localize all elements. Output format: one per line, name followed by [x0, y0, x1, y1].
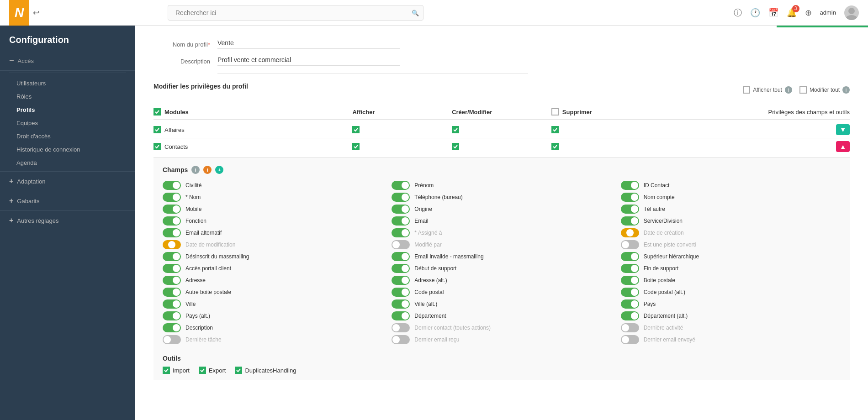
calendar-icon[interactable]: 📅 [768, 8, 778, 18]
fields-grid: Civilité * Nom Mobile Fonction [163, 179, 841, 346]
toggle-civilite[interactable] [163, 181, 181, 190]
field-assigne: * Assigné à [392, 227, 611, 239]
sidebar-item-historique[interactable]: Historique de connexion [16, 143, 135, 156]
search-input[interactable] [168, 5, 423, 21]
toggle-code-postal[interactable] [392, 288, 410, 297]
field-prenom: Prénom [392, 179, 611, 191]
toggle-derniere-tache[interactable] [163, 335, 181, 344]
affaires-afficher-checkbox[interactable] [352, 126, 360, 133]
sidebar-item-utilisateurs[interactable]: Utilisateurs [16, 77, 135, 90]
add-icon[interactable]: ⊕ [805, 8, 812, 18]
toggle-description[interactable] [163, 323, 181, 332]
col-afficher: Afficher [352, 109, 452, 116]
help-icon[interactable]: ⓘ [734, 7, 742, 18]
toggle-boite-postale[interactable] [621, 276, 639, 285]
field-code-postal-alt: Code postal (alt.) [621, 286, 841, 298]
back-icon[interactable]: ↩ [33, 8, 40, 18]
affaires-creer-checkbox[interactable] [452, 126, 459, 133]
toggle-assigne[interactable] [392, 228, 410, 237]
toggle-dernier-email-envoye[interactable] [621, 335, 639, 344]
toggle-portail[interactable] [163, 264, 181, 273]
affaires-checkbox[interactable] [153, 126, 161, 133]
toggle-adresse-alt[interactable] [392, 276, 410, 285]
svg-point-0 [848, 8, 855, 14]
toggle-email-invalide[interactable] [392, 252, 410, 261]
sidebar-item-droits[interactable]: Droit d'accès [16, 130, 135, 143]
field-fonction: Fonction [163, 215, 382, 227]
toggle-fonction[interactable] [163, 216, 181, 226]
toggle-nom-compte[interactable] [621, 193, 639, 202]
label-portail: Accès portail client [185, 265, 231, 272]
modules-checkbox[interactable] [153, 108, 161, 116]
label-email-invalide: Email invalide - massmailing [414, 253, 483, 260]
notifications-icon[interactable]: 🔔 3 [787, 8, 797, 18]
toggle-departement-alt[interactable] [621, 311, 639, 320]
sidebar-item-roles[interactable]: Rôles [16, 90, 135, 103]
field-adresse: Adresse [163, 274, 382, 286]
champs-info-orange[interactable]: i [203, 166, 212, 174]
label-departement: Département [414, 313, 446, 319]
toggle-nom[interactable] [163, 193, 181, 202]
field-civilite: Civilité [163, 179, 382, 191]
toggle-pays[interactable] [621, 299, 639, 309]
toggle-adresse[interactable] [163, 276, 181, 285]
toggle-origine[interactable] [392, 205, 410, 214]
toggle-mobile[interactable] [163, 205, 181, 214]
import-checkbox[interactable] [163, 367, 170, 374]
toggle-superieur[interactable] [621, 252, 639, 261]
toggle-debut-support[interactable] [392, 264, 410, 273]
sidebar-item-equipes[interactable]: Equipes [16, 116, 135, 130]
champs-info-teal[interactable]: + [215, 166, 223, 174]
sidebar-toggle-acces[interactable]: − Accès [0, 52, 135, 71]
sidebar-item-profils[interactable]: Profils [16, 103, 135, 116]
affaires-expand-btn[interactable]: ▼ [836, 124, 850, 135]
label-date-modif: Date de modification [185, 242, 235, 248]
toggle-email-alt[interactable] [163, 228, 181, 237]
toggle-dernier-contact[interactable] [392, 323, 410, 332]
champs-info-gray[interactable]: i [191, 166, 200, 174]
contacts-creer-checkbox[interactable] [452, 143, 459, 150]
contacts-checkbox[interactable] [153, 143, 161, 150]
field-fin-support: Fin de support [621, 262, 841, 274]
toggle-dernier-email-recu[interactable] [392, 335, 410, 344]
toggle-date-modif[interactable] [163, 240, 181, 249]
duplicates-checkbox[interactable] [235, 367, 242, 374]
history-icon[interactable]: 🕐 [750, 8, 760, 18]
sidebar-item-adaptation[interactable]: + Adaptation [0, 171, 135, 191]
toggle-date-creation[interactable] [621, 228, 639, 237]
toggle-code-postal-alt[interactable] [621, 288, 639, 297]
export-checkbox[interactable] [199, 367, 206, 374]
contacts-supprimer-checkbox[interactable] [551, 143, 559, 150]
modifier-tout-label[interactable]: Modifier tout i [799, 86, 850, 94]
toggle-id-contact[interactable] [621, 181, 639, 190]
afficher-tout-label[interactable]: Afficher tout i [743, 86, 792, 94]
field-pays-alt: Pays (alt.) [163, 310, 382, 322]
toggle-tel-bureau[interactable] [392, 193, 410, 202]
toggle-fin-support[interactable] [621, 264, 639, 273]
toggle-ville[interactable] [163, 299, 181, 309]
toggle-derniere-activite[interactable] [621, 323, 639, 332]
toggle-ville-alt[interactable] [392, 299, 410, 309]
sidebar-item-autres[interactable]: + Autres réglages [0, 210, 135, 230]
contacts-collapse-btn[interactable]: ▲ [836, 141, 850, 152]
toggle-modifie-par[interactable] [392, 240, 410, 249]
toggle-tel-autre[interactable] [621, 205, 639, 214]
label-departement-alt: Département (alt.) [644, 313, 688, 319]
toggle-service[interactable] [621, 216, 639, 226]
toggle-email[interactable] [392, 216, 410, 226]
affaires-supprimer-checkbox[interactable] [551, 126, 559, 133]
toggle-pays-alt[interactable] [163, 311, 181, 320]
toggle-departement[interactable] [392, 311, 410, 320]
toggle-piste-converti[interactable] [621, 240, 639, 249]
field-date-modif: Date de modification [163, 239, 382, 251]
contacts-afficher-checkbox[interactable] [352, 143, 360, 150]
toggle-prenom[interactable] [392, 181, 410, 190]
sidebar-item-gabarits[interactable]: + Gabarits [0, 191, 135, 210]
sidebar-item-agenda[interactable]: Agenda [16, 156, 135, 169]
afficher-tout-checkbox[interactable] [743, 86, 750, 94]
toggle-autre-boite[interactable] [163, 288, 181, 297]
toggle-desinscrit[interactable] [163, 252, 181, 261]
supprimer-header-checkbox[interactable] [551, 108, 559, 116]
avatar[interactable] [844, 5, 859, 20]
modifier-tout-checkbox[interactable] [799, 86, 807, 94]
